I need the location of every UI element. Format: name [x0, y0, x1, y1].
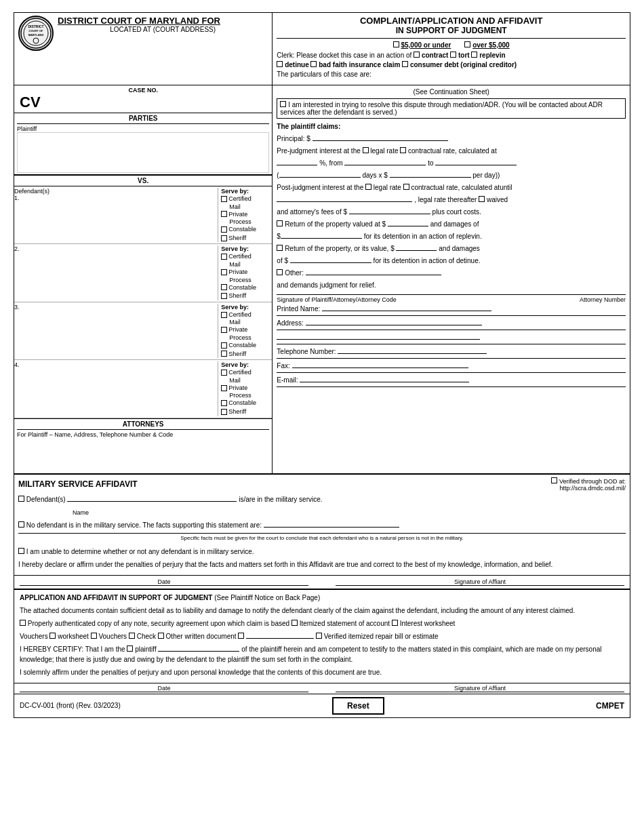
email-field: E-mail: — [277, 374, 626, 387]
parties-label: PARTIES — [17, 115, 269, 124]
particulars-label: The particulars of this case are: — [277, 71, 626, 78]
signature-section: Signature of Plaintiff/Attorney/Attorney… — [277, 294, 626, 387]
svg-text:MARYLAND: MARYLAND — [28, 33, 44, 37]
date-sig-row: Date Signature of Affiant — [14, 575, 630, 589]
defendant-label: Defendant(s) — [14, 188, 215, 195]
vs-label: VS. — [14, 175, 272, 186]
address-field2 — [277, 332, 626, 344]
military-title: MILITARY SERVICE AFFIDAVIT — [18, 479, 138, 489]
clerk-line: Clerk: Please docket this case in an act… — [277, 52, 626, 59]
attorneys-section: ATTORNEYS For Plaintiff – Name, Address,… — [14, 418, 272, 473]
form-number: DC-CV-001 (front) (Rev. 03/2023) — [20, 702, 121, 709]
affirm-section: I am unable to determine whether or not … — [14, 544, 630, 575]
serve-by-2: Serve by: Certified Mail Private Process… — [218, 245, 272, 300]
printed-name-field: Printed Name: — [277, 303, 626, 316]
plaintiff-label: Plaintiff — [17, 125, 269, 132]
defendant-2-number: 2. — [14, 245, 215, 252]
specific-facts-note: Specific facts must be given for the cou… — [18, 533, 626, 541]
complaint-title-line1: COMPLAINT/APPLICATION AND AFFIDAVIT — [277, 16, 626, 26]
complaint-title-line2: IN SUPPORT OF JUDGMENT — [277, 26, 626, 35]
defendant-3-number: 3. — [14, 304, 215, 311]
plaintiff-box — [17, 132, 269, 173]
military-rows: Defendant(s) is/are in the military serv… — [18, 494, 626, 532]
defendants-section: Defendant(s) 1. Serve by: Certified Mail… — [14, 186, 272, 418]
attorney-box — [17, 438, 269, 472]
amount-checkbox2[interactable]: over $5,000 — [464, 41, 509, 49]
fax-field: Fax: — [277, 360, 626, 373]
attorneys-label: ATTORNEYS — [17, 420, 269, 430]
svg-text:COURT OF: COURT OF — [29, 29, 43, 33]
action-types-line2: detinue bad faith insurance claim consum… — [277, 61, 626, 68]
address-field1: Address: — [277, 317, 626, 330]
application-section: APPLICATION AND AFFIDAVIT IN SUPPORT OF … — [14, 589, 630, 683]
case-no-value: CV — [17, 94, 269, 111]
svg-text:DISTRICT: DISTRICT — [28, 24, 43, 28]
defendant-1-number: 1. — [14, 195, 215, 201]
court-address: LOCATED AT (COURT ADDRESS) — [58, 26, 268, 33]
military-section: MILITARY SERVICE AFFIDAVIT Verified thro… — [14, 473, 630, 544]
final-date-sig-row: Date Signature of Affiant — [14, 683, 630, 694]
attorney-sublabel: For Plaintiff – Name, Address, Telephone… — [17, 431, 269, 438]
footer-section: DC-CV-001 (front) (Rev. 03/2023) Reset C… — [14, 694, 630, 717]
telephone-field: Telephone Number: — [277, 346, 626, 359]
footer-code: CMPET — [596, 701, 624, 711]
continuation-sheet: (See Continuation Sheet) — [277, 88, 626, 96]
serve-by-1: Serve by: Certified Mail Private Process… — [218, 188, 272, 242]
amount-checkbox1[interactable]: $5,000 or under — [393, 41, 451, 49]
defendant-4-number: 4. — [14, 361, 215, 368]
court-seal: DISTRICT COURT OF MARYLAND — [18, 16, 54, 51]
case-no-label: CASE NO. — [17, 87, 269, 94]
mediation-box: I am interested in trying to resolve thi… — [277, 98, 626, 119]
serve-by-4: Serve by: Certified Mail Private Process… — [218, 361, 272, 416]
claims-section: The plaintiff claims: Principal: $ Pre-j… — [277, 121, 626, 290]
court-title: DISTRICT COURT OF MARYLAND FOR — [58, 16, 268, 26]
serve-by-3: Serve by: Certified Mail Private Process… — [218, 304, 272, 358]
military-verify: Verified through DOD at: http://scra.dmd… — [551, 477, 626, 492]
svg-point-5 — [33, 38, 39, 43]
reset-button[interactable]: Reset — [332, 697, 384, 715]
legal-rate-thereafter: legal rate thereafter — [418, 196, 477, 203]
